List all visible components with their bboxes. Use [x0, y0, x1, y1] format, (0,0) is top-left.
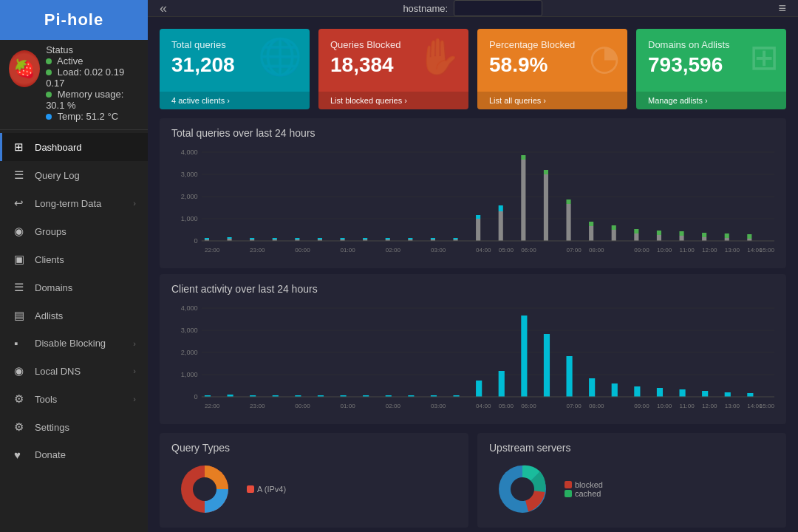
sidebar-item-query-log[interactable]: ☰ Query Log	[0, 161, 148, 189]
svg-rect-37	[250, 238, 254, 239]
svg-text:11:00: 11:00	[679, 403, 695, 409]
nav-icon-clients: ▣	[14, 253, 27, 266]
nav-label-donate: Donate	[35, 449, 136, 460]
svg-rect-38	[273, 238, 277, 239]
client-activity-chart-section: Client activity over last 24 hours 4,000…	[160, 274, 786, 424]
svg-rect-40	[318, 238, 322, 239]
svg-rect-44	[408, 238, 412, 239]
stat-footer-percentage-blocked[interactable]: List all queries ›	[477, 92, 627, 109]
svg-rect-58	[725, 233, 729, 238]
sidebar-item-dashboard[interactable]: ⊞ Dashboard	[0, 133, 148, 161]
svg-rect-103	[521, 316, 527, 397]
svg-rect-36	[227, 237, 231, 239]
svg-rect-46	[453, 238, 457, 239]
svg-text:03:00: 03:00	[431, 247, 446, 253]
svg-text:00:00: 00:00	[295, 247, 310, 253]
svg-rect-111	[702, 391, 708, 397]
query-types-card: Query Types A (IPv4)	[160, 433, 468, 528]
stat-title-percentage-blocked: Percentage Blocked	[489, 39, 615, 50]
svg-rect-25	[544, 174, 548, 241]
svg-text:3,000: 3,000	[181, 171, 198, 178]
sidebar-item-disable-blocking[interactable]: ▪ Disable Blocking ›	[0, 330, 148, 357]
svg-text:10:00: 10:00	[657, 403, 672, 409]
sidebar-toggle-btn[interactable]: «	[160, 1, 167, 16]
svg-text:10:00: 10:00	[657, 247, 672, 253]
svg-rect-104	[544, 334, 550, 397]
svg-rect-30	[657, 235, 661, 241]
svg-text:06:00: 06:00	[521, 403, 536, 409]
nav-list: ⊞ Dashboard ☰ Query Log ↩ Long-term Data…	[0, 133, 148, 468]
svg-rect-51	[566, 200, 570, 204]
svg-text:11:00: 11:00	[679, 247, 695, 253]
query-type-ipv4-legend: A (IPv4)	[247, 485, 286, 494]
nav-icon-domains: ☰	[14, 281, 27, 294]
nav-icon-query-log: ☰	[14, 168, 27, 182]
svg-text:12:00: 12:00	[702, 403, 717, 409]
svg-rect-48	[499, 205, 503, 211]
nav-label-dashboard: Dashboard	[35, 142, 136, 153]
nav-label-disable-blocking: Disable Blocking	[35, 338, 126, 349]
svg-rect-28	[612, 230, 616, 241]
svg-rect-43	[386, 238, 390, 239]
hostname-label: hostname:	[403, 3, 448, 14]
stat-title-queries-blocked: Queries Blocked	[330, 39, 457, 50]
hostname-input[interactable]	[454, 0, 542, 16]
query-types-content: A (IPv4)	[171, 460, 457, 519]
svg-rect-26	[566, 204, 570, 241]
svg-text:05:00: 05:00	[499, 247, 514, 253]
nav-icon-donate: ♥	[14, 449, 27, 461]
stat-footer-total-queries[interactable]: 4 active clients ›	[160, 92, 310, 109]
svg-point-136	[511, 477, 534, 501]
svg-rect-53	[612, 225, 616, 230]
stat-title-total-queries: Total queries	[171, 39, 298, 50]
topbar-menu-icon[interactable]: ≡	[778, 1, 786, 16]
svg-text:05:00: 05:00	[499, 403, 514, 409]
nav-arrow-disable-blocking: ›	[133, 339, 136, 348]
svg-rect-47	[476, 215, 480, 219]
svg-text:07:00: 07:00	[566, 403, 582, 409]
status-memory: Memory usage: 30.1 %	[46, 89, 139, 111]
svg-text:23:00: 23:00	[250, 403, 265, 409]
stat-title-domains-adlists: Domains on Adlists	[648, 39, 774, 50]
svg-text:01:00: 01:00	[340, 247, 355, 253]
svg-rect-27	[589, 226, 593, 241]
sidebar-item-adlists[interactable]: ▤ Adlists	[0, 301, 148, 330]
sidebar-item-domains[interactable]: ☰ Domains	[0, 273, 148, 301]
topbar: « hostname: ≡	[148, 0, 798, 17]
upstream-servers-title: Upstream servers	[489, 442, 774, 454]
nav-label-settings: Settings	[35, 422, 136, 433]
status-active: Active	[46, 55, 139, 66]
main-content: « hostname: ≡ 🌐 Total queries 31,208 4 a…	[148, 0, 798, 532]
svg-rect-23	[499, 211, 503, 241]
sidebar-item-clients[interactable]: ▣ Clients	[0, 245, 148, 273]
svg-rect-106	[589, 378, 595, 397]
svg-text:4,000: 4,000	[181, 304, 198, 312]
svg-rect-29	[634, 233, 638, 241]
blocked-legend: blocked	[565, 480, 603, 489]
svg-rect-31	[679, 236, 683, 241]
stat-footer-queries-blocked[interactable]: List blocked queries ›	[318, 92, 468, 109]
stat-footer-domains-adlists[interactable]: Manage adlists ›	[636, 92, 786, 109]
sidebar-item-donate[interactable]: ♥ Donate	[0, 441, 148, 468]
stat-card-domains-adlists: ⊞ Domains on Adlists 793,596 Manage adli…	[636, 29, 786, 109]
svg-rect-57	[702, 233, 706, 237]
nav-icon-tools: ⚙	[14, 392, 27, 406]
total-queries-chart-title: Total queries over last 24 hours	[171, 127, 774, 139]
sidebar-item-groups[interactable]: ◉ Groups	[0, 217, 148, 245]
svg-text:15:00: 15:00	[760, 247, 774, 253]
bottom-charts-row: Query Types A (IPv4) Upstream servers	[160, 433, 786, 528]
svg-rect-35	[205, 238, 209, 239]
svg-rect-55	[657, 231, 661, 235]
avatar: 🍓	[9, 50, 40, 87]
svg-rect-41	[340, 238, 344, 239]
svg-text:15:00: 15:00	[760, 403, 774, 409]
nav-icon-adlists: ▤	[14, 309, 27, 322]
sidebar-item-settings[interactable]: ⚙ Settings	[0, 413, 148, 441]
nav-icon-local-dns: ◉	[14, 364, 27, 378]
svg-text:3,000: 3,000	[181, 327, 198, 334]
sidebar-item-local-dns[interactable]: ◉ Local DNS ›	[0, 357, 148, 385]
sidebar-item-long-term-data[interactable]: ↩ Long-term Data ›	[0, 189, 148, 217]
nav-icon-settings: ⚙	[14, 420, 27, 434]
svg-text:12:00: 12:00	[702, 247, 717, 253]
sidebar-item-tools[interactable]: ⚙ Tools ›	[0, 385, 148, 413]
